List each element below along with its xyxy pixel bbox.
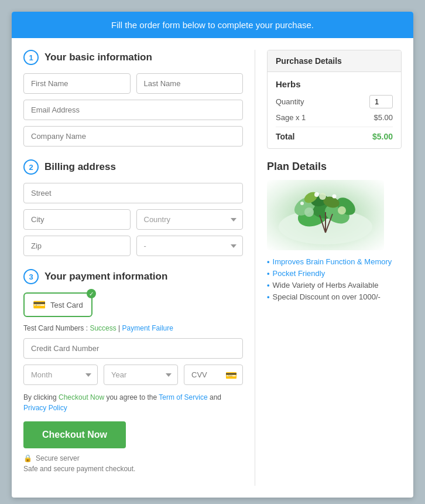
herb-image: [267, 180, 384, 250]
step1-circle: 1: [23, 50, 39, 65]
feature-text-1: Improves Brain Function & Memory: [273, 257, 392, 266]
step3-circle: 3: [23, 269, 39, 284]
expiry-cvv-row: Month Year 💳: [23, 365, 243, 385]
company-input[interactable]: [23, 126, 243, 147]
step3-label: Your payment information: [44, 271, 167, 282]
feature-text-2: Pocket Friendly: [273, 269, 325, 278]
left-panel: 1 Your basic information 2 Billi: [23, 50, 243, 486]
svg-point-13: [338, 206, 346, 214]
total-label: Total: [276, 132, 294, 141]
terms-of-service-link[interactable]: Term of Service: [159, 393, 207, 401]
basic-info-section: 1 Your basic information: [23, 50, 243, 147]
step1-label: Your basic information: [44, 52, 152, 63]
section1-title: 1 Your basic information: [23, 50, 243, 65]
payment-section: 3 Your payment information 💳 Test Card ✓…: [23, 269, 243, 473]
test-card-option[interactable]: 💳 Test Card ✓: [23, 292, 92, 317]
herb-svg: [267, 180, 384, 250]
svg-point-15: [314, 192, 319, 197]
street-row: [23, 183, 243, 203]
purchase-details-body: Herbs Quantity Sage x 1 $5.00 Total $5.0…: [268, 72, 401, 148]
city-input[interactable]: [23, 209, 131, 230]
billing-section: 2 Billing address Country -: [23, 159, 243, 256]
section2-title: 2 Billing address: [23, 159, 243, 175]
plan-details-section: Plan Details: [267, 161, 402, 301]
svg-point-17: [300, 202, 304, 205]
success-link[interactable]: Success: [90, 324, 116, 332]
cvv-card-icon: 💳: [225, 369, 237, 380]
test-card-text: Test Card Numbers : Success | Payment Fa…: [23, 324, 243, 332]
terms-and: and: [208, 393, 221, 401]
top-banner: Fill the order form below to complete yo…: [12, 12, 413, 38]
lock-icon: 🔒: [23, 454, 32, 462]
feature-item-3: Wide Variety of Herbs Available: [267, 281, 402, 290]
year-select[interactable]: Year: [104, 365, 178, 385]
first-name-input[interactable]: [23, 73, 131, 94]
terms-middle: you agree to the: [104, 393, 159, 401]
cvv-wrapper: 💳: [184, 365, 243, 385]
secure-server-label: Secure server: [36, 454, 80, 462]
svg-point-12: [304, 207, 314, 217]
secure-server: 🔒 Secure server: [23, 454, 243, 462]
selected-check-badge: ✓: [87, 289, 96, 298]
email-row: [23, 100, 243, 120]
total-amount: $5.00: [372, 132, 393, 141]
country-select[interactable]: Country: [136, 209, 244, 230]
card-option-label: Test Card: [50, 301, 83, 309]
test-card-label: Test Card Numbers :: [23, 324, 88, 332]
section3-title: 3 Your payment information: [23, 269, 243, 284]
page-wrapper: Fill the order form below to complete yo…: [12, 12, 413, 498]
name-row: [23, 73, 243, 94]
checkout-button[interactable]: Checkout Now: [23, 421, 126, 448]
zip-input[interactable]: [23, 236, 131, 256]
feature-item-1: Improves Brain Function & Memory: [267, 257, 402, 266]
city-country-row: Country: [23, 209, 243, 230]
credit-card-input[interactable]: [23, 338, 243, 359]
sage-price: $5.00: [373, 113, 393, 122]
street-input[interactable]: [23, 183, 243, 203]
zip-region-row: -: [23, 236, 243, 256]
payment-card-options: 💳 Test Card ✓: [23, 292, 243, 317]
failure-link[interactable]: Payment Failure: [122, 324, 173, 332]
step2-circle: 2: [23, 159, 39, 175]
credit-card-icon: 💳: [33, 298, 46, 311]
region-select[interactable]: -: [136, 236, 244, 256]
total-row: Total $5.00: [276, 127, 393, 141]
email-input[interactable]: [23, 100, 243, 120]
feature-text-3: Wide Variety of Herbs Available: [273, 281, 379, 290]
svg-point-16: [333, 195, 337, 199]
terms-checkout-word: Checkout Now: [59, 393, 104, 401]
feature-item-4: Special Discount on over 1000/-: [267, 292, 402, 301]
secure-text: Safe and secure payment checkout.: [23, 465, 243, 473]
purchase-details-header: Purchase Details: [268, 50, 401, 72]
company-row: [23, 126, 243, 147]
feature-text-4: Special Discount on over 1000/-: [273, 292, 381, 301]
terms-text: By clicking Checkout Now you agree to th…: [23, 392, 243, 413]
credit-card-row: [23, 338, 243, 359]
svg-point-14: [319, 193, 326, 200]
quantity-input[interactable]: [369, 95, 393, 108]
sage-row: Sage x 1 $5.00: [276, 113, 393, 122]
month-select[interactable]: Month: [23, 365, 98, 385]
vertical-divider: [255, 50, 255, 486]
quantity-label: Quantity: [276, 97, 304, 106]
last-name-input[interactable]: [136, 73, 244, 94]
main-content: 1 Your basic information 2 Billi: [12, 38, 413, 498]
plan-details-title: Plan Details: [267, 161, 402, 173]
plan-features-list: Improves Brain Function & Memory Pocket …: [267, 257, 402, 301]
feature-item-2: Pocket Friendly: [267, 269, 402, 278]
terms-prefix: By clicking: [23, 393, 59, 401]
quantity-row: Quantity: [276, 95, 393, 108]
step2-label: Billing address: [44, 161, 116, 173]
banner-text: Fill the order form below to complete yo…: [111, 20, 314, 30]
right-panel: Purchase Details Herbs Quantity Sage x 1…: [267, 50, 402, 304]
purchase-details-box: Purchase Details Herbs Quantity Sage x 1…: [267, 50, 402, 149]
privacy-policy-link[interactable]: Privacy Policy: [23, 404, 67, 412]
product-category: Herbs: [276, 79, 393, 89]
sage-label: Sage x 1: [276, 113, 306, 122]
